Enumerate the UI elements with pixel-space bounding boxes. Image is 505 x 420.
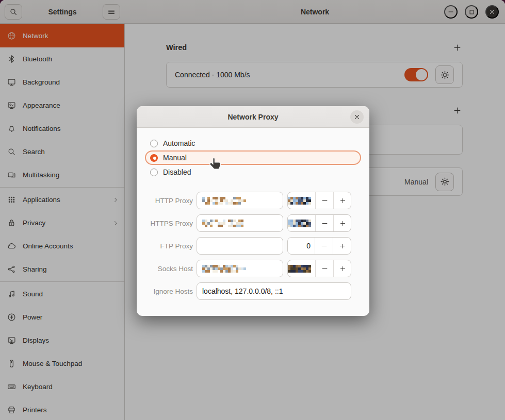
ignore-hosts-input[interactable] (197, 282, 351, 300)
network-proxy-dialog: Network Proxy Automatic Manual Disabled … (137, 106, 369, 316)
port-value[interactable] (288, 192, 315, 209)
dialog-headerbar: Network Proxy (137, 106, 369, 128)
proxy-method-options: Automatic Manual Disabled (145, 136, 361, 179)
port-spinbutton[interactable] (287, 214, 351, 232)
dialog-title: Network Proxy (227, 113, 278, 121)
field-label: HTTP Proxy (145, 197, 197, 205)
plus-icon (339, 243, 346, 249)
text-input[interactable] (202, 287, 346, 295)
proxy-field-row: Ignore Hosts (145, 282, 361, 300)
proxy-field-row: HTTP Proxy (145, 192, 361, 209)
https-proxy-input[interactable] (197, 214, 283, 232)
http-proxy-input[interactable] (197, 192, 283, 209)
plus-icon (339, 197, 346, 204)
close-icon (354, 114, 360, 120)
port-increment-button[interactable] (333, 192, 351, 209)
redacted-port-value (288, 197, 311, 205)
redacted-port-value (288, 220, 311, 227)
redacted-host-value (202, 197, 246, 205)
port-decrement-button[interactable] (315, 260, 333, 277)
port-spinbutton[interactable] (287, 192, 351, 209)
field-label: Socks Host (145, 265, 197, 273)
proxy-form: HTTP ProxyHTTPS ProxyFTP Proxy0Socks Hos… (145, 192, 361, 300)
minus-icon (321, 243, 328, 249)
redacted-port-value (288, 265, 311, 273)
port-value[interactable] (288, 260, 315, 277)
minus-icon (321, 197, 328, 204)
radio-icon (150, 154, 158, 162)
port-increment-button[interactable] (333, 238, 351, 254)
port-spinbutton[interactable]: 0 (287, 237, 351, 255)
redacted-host-value (202, 220, 246, 227)
minus-icon (321, 265, 328, 272)
proxy-field-row: Socks Host (145, 260, 361, 277)
plus-icon (339, 220, 346, 227)
proxy-option-disabled[interactable]: Disabled (145, 165, 361, 179)
port-value[interactable] (288, 215, 315, 231)
redacted-host-value (202, 265, 246, 273)
settings-window: Settings Network Netwo (0, 0, 505, 420)
field-label: Ignore Hosts (145, 288, 197, 295)
port-increment-button[interactable] (333, 260, 351, 277)
proxy-field-row: FTP Proxy0 (145, 237, 361, 255)
proxy-option-manual[interactable]: Manual (145, 150, 361, 165)
proxy-field-row: HTTPS Proxy (145, 214, 361, 232)
port-decrement-button[interactable] (315, 238, 333, 254)
port-decrement-button[interactable] (315, 215, 333, 231)
dialog-close-button[interactable] (350, 110, 364, 124)
minus-icon (321, 220, 328, 227)
socks-host-input[interactable] (197, 260, 283, 277)
field-label: HTTPS Proxy (145, 220, 197, 227)
plus-icon (339, 265, 346, 272)
radio-icon (150, 169, 158, 176)
field-label: FTP Proxy (145, 242, 197, 250)
port-decrement-button[interactable] (315, 192, 333, 209)
proxy-option-automatic[interactable]: Automatic (145, 136, 361, 150)
cursor-pointer (208, 157, 222, 172)
port-spinbutton[interactable] (287, 260, 351, 277)
radio-icon (150, 140, 158, 147)
ftp-proxy-input[interactable] (197, 237, 283, 255)
port-increment-button[interactable] (333, 215, 351, 231)
port-value[interactable]: 0 (288, 238, 315, 254)
text-input[interactable] (202, 242, 278, 250)
